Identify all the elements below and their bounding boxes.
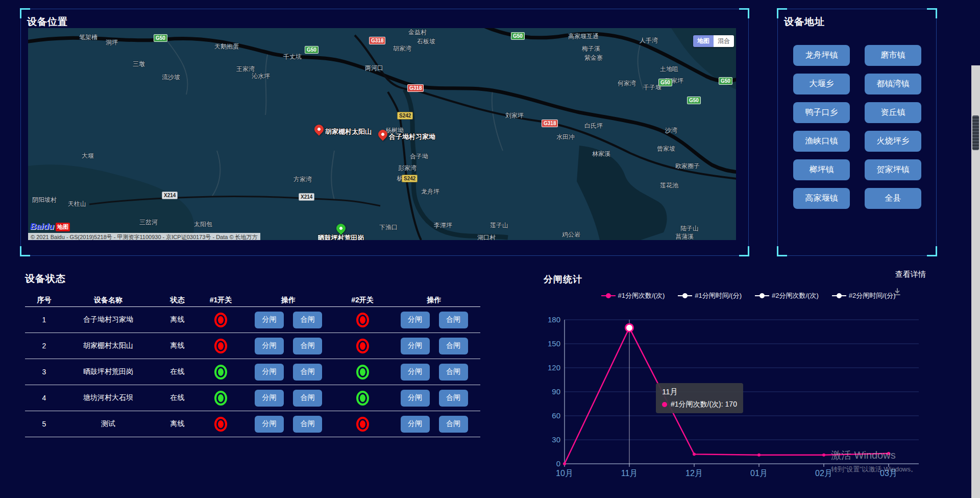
baidu-map[interactable]: 地图混合 Baidu 地图 © 2021 Baidu - GS(2019)521…: [28, 28, 736, 240]
address-button-渔峡口镇[interactable]: 渔峡口镇: [793, 131, 850, 152]
operation-buttons: 分闸合闸: [255, 338, 322, 354]
table-header-cell: 操作: [240, 296, 337, 305]
address-button-贺家坪镇[interactable]: 贺家坪镇: [865, 159, 921, 180]
chart-legend: #1分闸次数/(次)#1分闸时间/(分)#2分闸次数/(次)#2分闸时间/(分): [541, 291, 955, 300]
trip-statistics-title: 分闸统计: [544, 273, 582, 286]
close-switch-button[interactable]: 合闸: [293, 312, 322, 328]
address-button-全县[interactable]: 全县: [865, 188, 921, 209]
legend-item-#2分闸次数/(次)[interactable]: #2分闸次数/(次): [755, 291, 819, 300]
cell-operations2: 分闸合闸: [388, 312, 480, 328]
cell-status: 离线: [153, 315, 202, 324]
close-switch-button[interactable]: 合闸: [439, 390, 468, 407]
indicator-core: [360, 342, 365, 350]
cell-device-name: 晒鼓坪村荒田岗: [63, 367, 153, 376]
address-button-龙舟坪镇[interactable]: 龙舟坪镇: [793, 45, 850, 66]
y-axis-tick-label: 180: [548, 315, 560, 324]
corner-decoration: [739, 8, 749, 18]
table-header-cell: 状态: [153, 296, 202, 305]
device-location-panel: 设备位置 地图混合 Baidu 地图 © 2021 Baidu - GS(201…: [20, 9, 749, 256]
address-button-都镇湾镇[interactable]: 都镇湾镇: [865, 74, 921, 94]
close-switch-button[interactable]: 合闸: [439, 338, 468, 354]
operation-buttons: 分闸合闸: [401, 364, 468, 381]
open-switch-button[interactable]: 分闸: [401, 364, 430, 381]
view-details-link[interactable]: 查看详情: [895, 270, 926, 279]
close-switch-button[interactable]: 合闸: [293, 364, 322, 381]
cell-operations1: 分闸合闸: [240, 364, 337, 381]
close-switch-button[interactable]: 合闸: [293, 338, 322, 354]
data-point[interactable]: [693, 453, 696, 456]
corner-decoration: [20, 246, 30, 256]
data-point[interactable]: [563, 462, 566, 465]
cell-index: 4: [25, 394, 63, 402]
switch1-indicator-green: [214, 365, 227, 380]
map-type-option-地图[interactable]: 地图: [693, 35, 714, 47]
table-header-row: 序号设备名称状态#1开关操作#2开关操作: [25, 294, 480, 307]
y-axis-tick-label: 60: [552, 411, 560, 420]
map-place-label: 石板坡: [417, 37, 435, 46]
switch2-indicator-green: [356, 365, 369, 380]
open-switch-button[interactable]: 分闸: [255, 390, 284, 407]
open-switch-button[interactable]: 分闸: [255, 416, 284, 433]
close-switch-button[interactable]: 合闸: [439, 364, 468, 381]
map-attribution: © 2021 Baidu - GS(2019)5218号 - 甲测资字11009…: [28, 233, 260, 240]
road-badge-G50: G50: [719, 77, 732, 85]
scrollbar-track[interactable]: [971, 65, 980, 498]
cell-operations1: 分闸合闸: [240, 390, 337, 407]
operation-buttons: 分闸合闸: [255, 312, 322, 328]
table-row: 2胡家棚村太阳山离线分闸合闸分闸合闸: [25, 333, 480, 359]
open-switch-button[interactable]: 分闸: [255, 338, 284, 354]
table-row: 5测试离线分闸合闸分闸合闸: [25, 411, 480, 437]
corner-decoration: [927, 246, 937, 256]
indicator-core: [218, 420, 224, 428]
cell-status: 离线: [153, 341, 202, 350]
close-switch-button[interactable]: 合闸: [439, 312, 468, 328]
operation-buttons: 分闸合闸: [401, 312, 468, 328]
legend-label: #2分闸时间/(分): [849, 291, 896, 300]
open-switch-button[interactable]: 分闸: [401, 390, 430, 407]
map-place-label: 水田冲: [556, 133, 575, 141]
close-switch-button[interactable]: 合闸: [293, 416, 322, 433]
address-button-磨市镇[interactable]: 磨市镇: [865, 45, 921, 66]
close-switch-button[interactable]: 合闸: [293, 390, 322, 407]
address-button-高家堰镇[interactable]: 高家堰镇: [793, 188, 850, 209]
map-type-control[interactable]: 地图混合: [693, 35, 734, 47]
open-switch-button[interactable]: 分闸: [255, 364, 284, 381]
cell-switch1: [202, 313, 240, 327]
legend-item-#1分闸时间/(分)[interactable]: #1分闸时间/(分): [678, 291, 742, 300]
operation-buttons: 分闸合闸: [401, 338, 468, 354]
close-switch-button[interactable]: 合闸: [439, 416, 468, 433]
legend-item-#2分闸时间/(分)[interactable]: #2分闸时间/(分): [832, 291, 896, 300]
open-switch-button[interactable]: 分闸: [255, 312, 284, 328]
data-point[interactable]: [822, 454, 825, 457]
open-switch-button[interactable]: 分闸: [401, 338, 430, 354]
road-badge-G50: G50: [154, 34, 167, 42]
map-place-label: 曾家坡: [657, 145, 675, 153]
address-button-鸭子口乡[interactable]: 鸭子口乡: [793, 102, 850, 123]
map-type-option-混合[interactable]: 混合: [714, 35, 734, 47]
open-switch-button[interactable]: 分闸: [401, 416, 430, 433]
scrollbar-thumb[interactable]: [972, 115, 979, 150]
data-point[interactable]: [757, 454, 761, 457]
address-button-榔坪镇[interactable]: 榔坪镇: [793, 159, 850, 180]
address-button-资丘镇[interactable]: 资丘镇: [865, 102, 921, 123]
address-button-grid: 龙舟坪镇磨市镇大堰乡都镇湾镇鸭子口乡资丘镇渔峡口镇火烧坪乡榔坪镇贺家坪镇高家堰镇…: [793, 45, 922, 209]
indicator-core: [218, 316, 224, 324]
highlighted-data-point[interactable]: [626, 324, 633, 331]
address-button-火烧坪乡[interactable]: 火烧坪乡: [865, 131, 921, 152]
map-place-label: 天柱山: [68, 200, 86, 208]
map-place-label: 莲子山: [490, 221, 508, 230]
map-place-label: 紫金寨: [584, 54, 603, 62]
legend-marker-dot: [682, 293, 688, 298]
cell-index: 1: [25, 316, 63, 324]
cell-switch1: [202, 365, 240, 380]
y-axis-tick-label: 150: [548, 339, 560, 348]
map-place-label: 莲花池: [660, 181, 678, 190]
operation-buttons: 分闸合闸: [255, 390, 322, 407]
table-header-cell: 序号: [25, 296, 63, 305]
address-button-大堰乡[interactable]: 大堰乡: [793, 74, 850, 94]
map-place-label: 三岔河: [139, 218, 158, 227]
corner-decoration: [777, 246, 787, 256]
legend-item-#1分闸次数/(次)[interactable]: #1分闸次数/(次): [601, 291, 665, 300]
pin-dot: [317, 127, 321, 131]
open-switch-button[interactable]: 分闸: [401, 312, 430, 328]
